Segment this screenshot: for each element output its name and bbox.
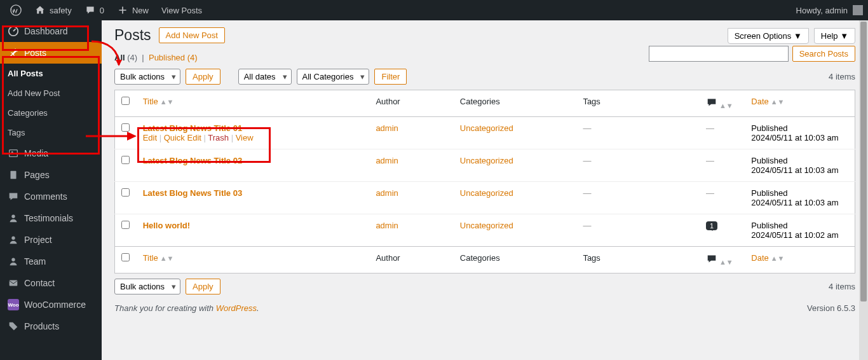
col-tags: Tags: [576, 90, 700, 117]
comments-link[interactable]: 0: [79, 0, 109, 20]
sidebar-label: Project: [24, 235, 52, 245]
comment-icon: [706, 97, 717, 108]
filter-all[interactable]: All (4): [114, 53, 137, 62]
apply-button-bottom[interactable]: Apply: [186, 279, 220, 294]
avatar[interactable]: [853, 5, 863, 15]
date-value: 2024/05/11 at 10:03 am: [751, 165, 838, 175]
site-name: safety: [50, 6, 72, 15]
col-title-foot[interactable]: Title▲▼: [143, 253, 174, 263]
col-date-foot[interactable]: Date▲▼: [751, 253, 784, 263]
sidebar-sub-all-posts[interactable]: All Posts: [0, 64, 102, 83]
dates-select[interactable]: All dates: [238, 69, 292, 85]
col-title[interactable]: Title▲▼: [143, 97, 174, 106]
apply-button-top[interactable]: Apply: [186, 69, 220, 85]
row-checkbox[interactable]: [121, 221, 130, 229]
new-content[interactable]: New: [112, 0, 154, 20]
search-button[interactable]: Search Posts: [792, 46, 855, 62]
sidebar-label: Products: [24, 321, 59, 331]
products-icon: [8, 321, 19, 332]
svg-rect-4: [11, 171, 17, 179]
no-comments: —: [706, 156, 714, 165]
sidebar-item-comments[interactable]: Comments: [0, 186, 102, 207]
post-title-link[interactable]: Latest Blog News Title 02: [143, 156, 243, 165]
team-icon: [8, 256, 19, 267]
col-date[interactable]: Date▲▼: [751, 97, 784, 106]
comment-count-bubble[interactable]: 1: [706, 221, 717, 230]
sidebar-item-contact[interactable]: Contact: [0, 272, 102, 294]
bulk-actions-select-bottom[interactable]: Bulk actions: [114, 279, 180, 294]
post-title-link[interactable]: Latest Blog News Title 01: [143, 123, 243, 133]
sidebar-item-testimonials[interactable]: Testimonials: [0, 207, 102, 229]
category-link[interactable]: Uncategorized: [460, 188, 513, 198]
select-all-bottom[interactable]: [121, 253, 130, 261]
tags-cell: —: [583, 123, 591, 133]
edit-link[interactable]: Edit: [143, 133, 157, 142]
row-checkbox[interactable]: [121, 123, 130, 132]
sidebar-item-dashboard[interactable]: Dashboard: [0, 20, 102, 42]
category-link[interactable]: Uncategorized: [460, 156, 513, 165]
scrollbar-thumb[interactable]: [860, 22, 867, 301]
sidebar-sub-add-new[interactable]: Add New Post: [0, 83, 102, 103]
date-status: Published: [751, 221, 787, 230]
sidebar-item-team[interactable]: Team: [0, 251, 102, 272]
select-all-top[interactable]: [121, 97, 130, 105]
wp-logo[interactable]: [5, 0, 27, 20]
comment-icon: [85, 4, 96, 16]
sidebar-label: WooCommerce: [24, 300, 86, 310]
author-link[interactable]: admin: [376, 123, 398, 133]
screen-options-button[interactable]: Screen Options ▼: [728, 28, 809, 44]
plus-icon: [117, 4, 128, 16]
date-status: Published: [751, 123, 787, 133]
new-label: New: [132, 6, 149, 15]
bulk-actions-select[interactable]: Bulk actions: [114, 69, 180, 85]
author-link[interactable]: admin: [376, 188, 398, 198]
sidebar-item-posts[interactable]: Posts: [0, 42, 102, 64]
sidebar-item-project[interactable]: Project: [0, 229, 102, 251]
col-comments[interactable]: ▲▼: [700, 90, 745, 117]
view-posts[interactable]: View Posts: [156, 0, 207, 20]
add-new-post-button[interactable]: Add New Post: [159, 27, 225, 43]
sidebar-sub-tags[interactable]: Tags: [0, 123, 102, 142]
row-checkbox[interactable]: [121, 156, 130, 164]
post-title-link[interactable]: Hello world!: [143, 221, 190, 230]
col-categories: Categories: [454, 90, 577, 117]
testimonials-icon: [8, 212, 19, 224]
sidebar-item-media[interactable]: Media: [0, 142, 102, 164]
view-link[interactable]: View: [236, 133, 254, 142]
category-link[interactable]: Uncategorized: [460, 123, 513, 133]
filter-published[interactable]: Published (4): [149, 53, 198, 62]
col-categories-foot: Categories: [454, 247, 577, 273]
svg-point-3: [11, 151, 13, 153]
wordpress-link[interactable]: WordPress: [216, 303, 257, 313]
category-link[interactable]: Uncategorized: [460, 221, 513, 230]
media-icon: [8, 148, 19, 159]
author-link[interactable]: admin: [376, 156, 398, 165]
post-title-link[interactable]: Latest Blog News Title 03: [143, 188, 243, 198]
row-actions: Edit | Quick Edit | Trash | View: [143, 133, 363, 142]
sidebar-item-pages[interactable]: Pages: [0, 164, 102, 186]
quick-edit-link[interactable]: Quick Edit: [164, 133, 201, 142]
scrollbar[interactable]: [859, 20, 868, 360]
row-checkbox[interactable]: [121, 188, 130, 197]
tags-cell: —: [583, 156, 591, 165]
date-value: 2024/05/11 at 10:03 am: [751, 133, 838, 142]
site-link[interactable]: safety: [29, 0, 77, 20]
dashboard-icon: [8, 25, 19, 37]
sidebar-sub-categories[interactable]: Categories: [0, 103, 102, 123]
trash-link[interactable]: Trash: [208, 133, 229, 142]
col-comments-foot[interactable]: ▲▼: [700, 247, 745, 273]
filter-button[interactable]: Filter: [374, 69, 407, 85]
comments-icon: [8, 191, 19, 202]
admin-sidebar: Dashboard Posts All Posts Add New Post C…: [0, 20, 102, 360]
date-status: Published: [751, 188, 787, 198]
help-button[interactable]: Help ▼: [814, 28, 855, 44]
sidebar-item-woocommerce[interactable]: WooWooCommerce: [0, 294, 102, 315]
categories-select[interactable]: All Categories: [297, 69, 370, 85]
mail-icon: [8, 277, 19, 289]
sidebar-item-products[interactable]: Products: [0, 315, 102, 337]
howdy-text[interactable]: Howdy, admin: [796, 6, 848, 15]
sidebar-label: Posts: [24, 48, 46, 58]
author-link[interactable]: admin: [376, 221, 398, 230]
pages-icon: [8, 169, 19, 181]
search-input[interactable]: [649, 46, 789, 62]
